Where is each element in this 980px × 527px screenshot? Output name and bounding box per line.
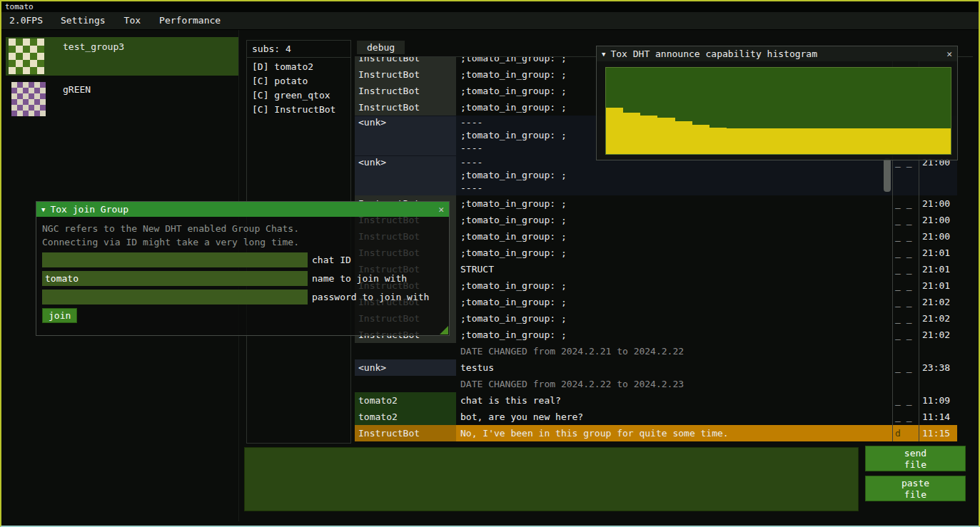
sender-name	[355, 376, 456, 392]
menu-item-performance[interactable]: Performance	[150, 12, 230, 29]
menubar: 2.0FPS Settings Tox Performance	[1, 12, 979, 30]
chat-id-field-row: chat ID	[42, 252, 443, 267]
join-name-input[interactable]	[42, 271, 308, 286]
group-name: gREEN	[63, 84, 91, 95]
histogram-bar	[606, 108, 623, 154]
histogram-bar	[744, 128, 761, 154]
join-window-body: NGC refers to the New DHT enabled Group …	[36, 217, 449, 335]
sender-name: tomato2	[355, 409, 456, 425]
message-time: 21:00	[919, 212, 957, 228]
histogram-bar	[847, 128, 864, 154]
message-time: 21:01	[919, 245, 957, 261]
message-text: chat is this real?	[456, 392, 892, 409]
roster-member[interactable]: [C] InstructBot	[247, 103, 350, 117]
histogram-bar	[830, 128, 847, 154]
group-item-test_group3[interactable]: test_group3	[6, 37, 238, 76]
join-password-label: password to join with	[312, 290, 429, 305]
message-text: ;tomato_in_group: ;	[456, 277, 892, 294]
sender-name: InstructBot	[355, 83, 456, 99]
sender-name	[355, 343, 456, 359]
group-item-green[interactable]: gREEN	[6, 80, 238, 118]
chat-message-row: tomato2chat is this real?_ _11:09	[355, 392, 957, 409]
date-separator-row: DATE CHANGED from 2024.2.21 to 2024.2.22	[355, 343, 957, 359]
histogram-window-titlebar: ▼ Tox DHT announce capability histogram …	[597, 46, 957, 61]
message-flags: _ _	[892, 392, 919, 409]
message-flags: d	[892, 425, 919, 441]
message-time: 21:00	[919, 156, 957, 195]
subs-header: subs: 4	[247, 41, 350, 58]
message-flags: _ _	[892, 212, 919, 228]
join-password-input[interactable]	[42, 290, 308, 305]
chat-scrollbar[interactable]	[884, 158, 891, 192]
date-separator-row: DATE CHANGED from 2024.2.22 to 2024.2.23	[355, 376, 957, 392]
tab-debug[interactable]: debug	[357, 41, 405, 54]
window-titlebar: tomato	[1, 1, 979, 12]
message-time: 21:01	[919, 261, 957, 277]
histogram-bar	[709, 128, 727, 155]
histogram-bar	[727, 128, 744, 154]
message-time	[919, 376, 957, 392]
chat-id-label: chat ID	[312, 252, 351, 267]
name-field-row: name to join with	[42, 271, 443, 286]
histogram-window-title: Tox DHT announce capability histogram	[610, 48, 817, 59]
sender-name: InstructBot	[355, 57, 456, 66]
collapse-icon[interactable]: ▼	[41, 206, 45, 213]
paste-file-button[interactable]: paste file	[865, 476, 966, 501]
join-window-title: Tox join Group	[50, 204, 128, 215]
chat-message-row: <unk>testus_ _23:38	[355, 359, 957, 376]
message-flags: _ _	[892, 245, 919, 261]
histogram-bar	[899, 128, 916, 154]
histogram-plot	[605, 67, 951, 155]
roster-member[interactable]: [C] potato	[247, 74, 350, 88]
histogram-bar	[623, 113, 640, 154]
message-flags: _ _	[892, 359, 919, 376]
message-flags: _ _	[892, 228, 919, 245]
join-window-titlebar: ▼ Tox join Group ✕	[36, 202, 449, 217]
roster-member[interactable]: [C] green_qtox	[247, 88, 350, 103]
message-time	[919, 343, 957, 359]
send-file-button[interactable]: send file	[865, 446, 966, 471]
message-flags: _ _	[892, 261, 919, 277]
message-text: STRUCT	[456, 261, 892, 277]
message-time: 21:02	[919, 294, 957, 310]
histogram-bar	[813, 128, 830, 154]
sender-name: <unk>	[355, 156, 456, 195]
histogram-bar	[640, 116, 657, 154]
chat-id-input[interactable]	[42, 252, 308, 267]
group-list: test_group3 gREEN	[6, 37, 238, 123]
message-text: ;tomato_in_group: ;	[456, 294, 892, 310]
message-time: 21:00	[919, 228, 957, 245]
message-time: 11:14	[919, 409, 957, 425]
message-flags	[892, 376, 919, 392]
roster-member[interactable]: [D] tomato2	[247, 60, 350, 74]
message-text: ;tomato_in_group: ;	[456, 195, 892, 212]
join-button[interactable]: join	[42, 308, 77, 323]
chat-message-row: <unk>---- ;tomato_in_group: ; ----_ _21:…	[355, 155, 957, 195]
close-icon[interactable]: ✕	[438, 204, 444, 215]
histogram-bar	[657, 118, 675, 154]
message-input[interactable]	[244, 447, 859, 511]
message-text: ;tomato_in_group: ;	[456, 228, 892, 245]
message-time: 21:00	[919, 195, 957, 212]
histogram-bar	[692, 125, 709, 154]
message-text: ---- ;tomato_in_group: ; ----	[456, 156, 892, 195]
message-flags: _ _	[892, 327, 919, 343]
join-info-text: NGC refers to the New DHT enabled Group …	[42, 222, 443, 235]
sender-name: InstructBot	[355, 99, 456, 116]
sender-name: InstructBot	[355, 425, 456, 441]
fps-counter: 2.0FPS	[6, 12, 51, 29]
message-flags: _ _	[892, 277, 919, 294]
join-group-window: ▼ Tox join Group ✕ NGC refers to the New…	[36, 201, 450, 336]
sender-name: <unk>	[355, 116, 456, 155]
collapse-icon[interactable]: ▼	[602, 51, 605, 58]
chat-message-row: tomato2bot, are you new here?_ _11:14	[355, 409, 957, 425]
close-icon[interactable]: ✕	[946, 48, 952, 59]
message-text: ;tomato_in_group: ;	[456, 327, 892, 343]
resize-grip[interactable]	[440, 326, 448, 334]
subs-list: [D] tomato2 [C] potato [C] green_qtox [C…	[247, 58, 350, 117]
message-text: ;tomato_in_group: ;	[456, 212, 892, 228]
menu-item-tox[interactable]: Tox	[115, 12, 150, 29]
group-avatar-icon	[11, 82, 46, 116]
message-text: ;tomato_in_group: ;	[456, 245, 892, 261]
menu-item-settings[interactable]: Settings	[51, 12, 115, 29]
